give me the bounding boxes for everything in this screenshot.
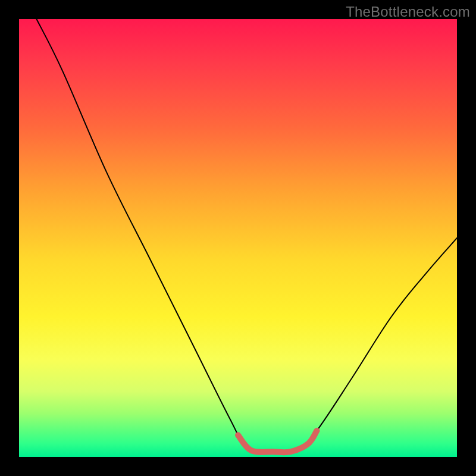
chart-stage: TheBottleneck.com [0, 0, 476, 476]
black-curve [36, 19, 457, 453]
plot-area [19, 19, 457, 457]
watermark: TheBottleneck.com [346, 4, 470, 20]
curve-layer [19, 19, 457, 457]
red-highlight [238, 431, 317, 452]
